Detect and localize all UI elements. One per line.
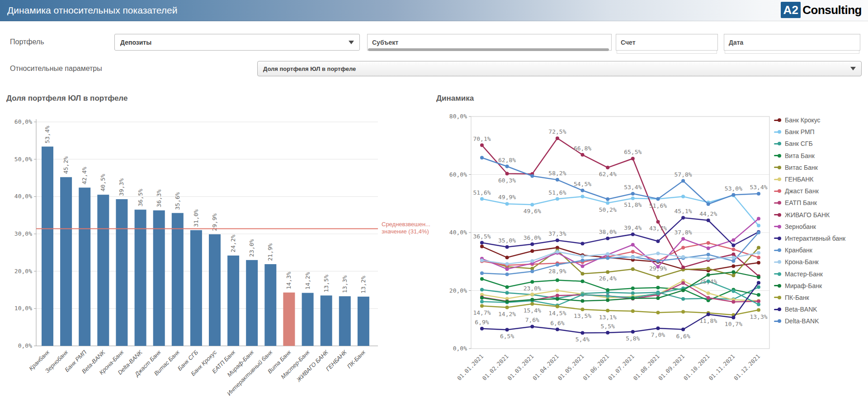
legend-item[interactable]: Delta-BANK xyxy=(774,315,867,327)
data-point[interactable] xyxy=(757,246,760,249)
data-point[interactable] xyxy=(606,331,609,335)
data-point[interactable] xyxy=(606,298,609,302)
data-point[interactable] xyxy=(731,259,735,263)
data-point[interactable] xyxy=(556,289,559,293)
data-point[interactable] xyxy=(656,259,660,263)
bar[interactable] xyxy=(42,147,53,346)
data-point[interactable] xyxy=(731,289,735,293)
data-point[interactable] xyxy=(631,291,635,295)
data-point[interactable] xyxy=(731,274,735,277)
data-point[interactable] xyxy=(530,298,534,301)
data-point[interactable] xyxy=(681,310,685,313)
data-point[interactable] xyxy=(757,303,760,306)
legend-item[interactable]: Beta-BANK xyxy=(774,303,867,315)
data-point[interactable] xyxy=(606,201,609,205)
data-point[interactable] xyxy=(480,300,484,303)
data-point[interactable] xyxy=(556,328,559,331)
data-point[interactable] xyxy=(480,271,484,275)
data-point[interactable] xyxy=(656,197,660,201)
bar[interactable] xyxy=(339,296,351,346)
data-point[interactable] xyxy=(631,243,635,247)
data-point[interactable] xyxy=(505,273,509,276)
data-point[interactable] xyxy=(530,174,534,178)
data-point[interactable] xyxy=(505,202,509,205)
legend-item[interactable]: Банк РМП xyxy=(774,126,867,138)
legend-item[interactable]: Банк СГБ xyxy=(774,138,867,149)
data-point[interactable] xyxy=(505,306,509,309)
data-point[interactable] xyxy=(707,247,710,250)
bar[interactable] xyxy=(135,210,146,346)
data-point[interactable] xyxy=(556,263,559,266)
data-point[interactable] xyxy=(731,270,735,274)
data-point[interactable] xyxy=(631,233,635,236)
legend-item[interactable]: ГЕНБАНК xyxy=(774,173,867,185)
legend-item[interactable]: Мастер-Банк xyxy=(774,268,867,280)
data-point[interactable] xyxy=(581,331,585,335)
data-point[interactable] xyxy=(530,203,534,206)
x-date-label[interactable]: 01.11.2021 xyxy=(708,353,736,382)
bar[interactable] xyxy=(153,210,165,346)
data-point[interactable] xyxy=(606,309,609,312)
date-filter-input[interactable]: Дата xyxy=(724,34,860,51)
data-point[interactable] xyxy=(480,197,484,201)
data-point[interactable] xyxy=(681,195,685,198)
data-point[interactable] xyxy=(681,179,685,183)
data-point[interactable] xyxy=(606,197,609,201)
account-filter-input[interactable]: Счет xyxy=(616,34,718,51)
data-point[interactable] xyxy=(631,309,635,313)
data-point[interactable] xyxy=(530,242,534,246)
data-point[interactable] xyxy=(656,292,660,295)
data-point[interactable] xyxy=(556,305,559,308)
data-point[interactable] xyxy=(505,267,509,271)
data-point[interactable] xyxy=(707,267,710,270)
data-point[interactable] xyxy=(505,256,509,259)
data-point[interactable] xyxy=(707,219,710,222)
data-point[interactable] xyxy=(731,300,735,304)
data-point[interactable] xyxy=(505,300,509,303)
data-point[interactable] xyxy=(581,242,585,245)
data-point[interactable] xyxy=(581,259,585,262)
data-point[interactable] xyxy=(480,144,484,147)
data-point[interactable] xyxy=(556,297,559,301)
legend-item[interactable]: Мираф-Банк xyxy=(774,280,867,292)
data-point[interactable] xyxy=(656,311,660,314)
data-point[interactable] xyxy=(681,246,685,249)
data-point[interactable] xyxy=(707,202,710,206)
data-point[interactable] xyxy=(731,238,735,242)
data-point[interactable] xyxy=(757,224,760,228)
data-point[interactable] xyxy=(556,238,559,242)
data-point[interactable] xyxy=(581,299,585,303)
horizontal-scrollbar[interactable] xyxy=(368,48,609,51)
legend-item[interactable]: Крона-Банк xyxy=(774,256,867,268)
data-point[interactable] xyxy=(556,250,559,253)
data-point[interactable] xyxy=(505,328,509,331)
data-point[interactable] xyxy=(757,308,760,312)
data-point[interactable] xyxy=(581,153,585,157)
data-point[interactable] xyxy=(656,220,660,224)
data-point[interactable] xyxy=(707,296,710,300)
data-point[interactable] xyxy=(530,259,534,263)
x-date-label[interactable]: 01.08.2021 xyxy=(632,353,661,382)
data-point[interactable] xyxy=(606,270,609,274)
data-point[interactable] xyxy=(480,304,484,308)
data-point[interactable] xyxy=(530,249,534,253)
data-point[interactable] xyxy=(731,193,735,197)
x-date-label[interactable]: 01.05.2021 xyxy=(557,353,585,382)
x-date-label[interactable]: 01.04.2021 xyxy=(531,353,560,382)
data-point[interactable] xyxy=(681,281,685,285)
data-point[interactable] xyxy=(556,136,559,140)
data-point[interactable] xyxy=(480,241,484,245)
data-point[interactable] xyxy=(556,197,559,201)
data-point[interactable] xyxy=(480,296,484,300)
data-point[interactable] xyxy=(480,245,484,248)
data-point[interactable] xyxy=(631,250,635,253)
data-point[interactable] xyxy=(556,278,559,282)
data-point[interactable] xyxy=(757,293,760,297)
x-category-label[interactable]: ПК-Банк xyxy=(346,349,367,370)
data-point[interactable] xyxy=(581,255,585,258)
legend-item[interactable]: Кранбанк xyxy=(774,244,867,256)
data-point[interactable] xyxy=(480,327,484,331)
x-date-label[interactable]: 01.12.2021 xyxy=(732,353,761,382)
data-point[interactable] xyxy=(757,192,760,196)
data-point[interactable] xyxy=(656,252,660,255)
